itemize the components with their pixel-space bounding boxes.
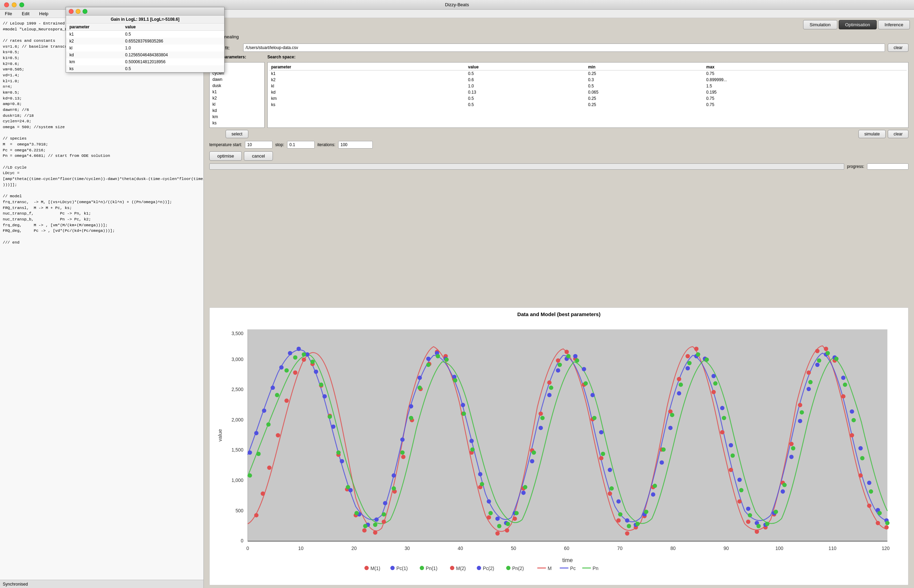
select-button[interactable]: select [226, 130, 248, 138]
svg-point-236 [791, 446, 796, 451]
search-max-cell: 0.75 [704, 102, 907, 108]
menu-file[interactable]: File [3, 10, 14, 17]
svg-point-204 [514, 510, 519, 515]
popup-min-btn[interactable] [76, 9, 81, 14]
svg-point-238 [808, 380, 813, 384]
svg-text:Pn: Pn [593, 566, 599, 571]
popup-param-cell: ks [66, 65, 121, 72]
svg-text:0: 0 [241, 538, 244, 543]
svg-point-168 [841, 376, 846, 380]
tab-optimisation[interactable]: Optimisation [839, 20, 877, 29]
svg-point-191 [400, 450, 405, 455]
svg-point-88 [798, 403, 803, 407]
app-min-btn[interactable] [12, 2, 16, 7]
svg-point-245 [869, 489, 873, 494]
svg-point-125 [470, 438, 474, 443]
svg-point-240 [825, 351, 830, 355]
svg-text:1,500: 1,500 [231, 447, 244, 452]
svg-point-214 [601, 452, 605, 456]
svg-point-196 [444, 357, 449, 362]
model-param-item[interactable]: dusk [211, 82, 263, 89]
optimise-button[interactable]: optimise [209, 151, 242, 161]
svg-text:70: 70 [617, 546, 623, 551]
opt-section-title: ated annealing [209, 34, 909, 39]
search-max-cell: 0.75 [704, 71, 907, 77]
model-param-item[interactable]: kl [211, 101, 263, 107]
popup-table: parameter value k10.5k20.655283769835286… [66, 24, 224, 72]
temp-start-input[interactable] [245, 141, 273, 149]
svg-point-138 [582, 367, 586, 372]
model-param-item[interactable]: k1 [211, 89, 263, 95]
col-max: max [704, 64, 907, 71]
svg-point-31 [302, 357, 307, 362]
svg-point-202 [497, 524, 502, 528]
cancel-button[interactable]: cancel [244, 151, 273, 161]
temp-stop-input[interactable] [287, 141, 315, 149]
svg-point-181 [310, 359, 315, 364]
model-param-item[interactable]: km [211, 114, 263, 120]
svg-point-186 [354, 510, 359, 515]
svg-point-161 [781, 489, 785, 494]
iterations-input[interactable] [338, 141, 373, 149]
svg-point-222 [670, 412, 675, 417]
svg-point-163 [798, 419, 803, 423]
svg-point-100 [254, 431, 259, 435]
svg-point-137 [573, 354, 578, 358]
svg-point-246 [877, 510, 882, 515]
model-param-item[interactable]: kd [211, 107, 263, 114]
tab-simulation[interactable]: Simulation [803, 20, 837, 29]
search-max-cell: 1.5 [704, 83, 907, 89]
col-param: parameter [269, 64, 466, 71]
data-fit-input[interactable] [243, 44, 885, 52]
svg-point-54 [505, 528, 510, 532]
code-editor[interactable]: // Leloup 1999 - Entrained sys #model "L… [0, 18, 203, 580]
svg-point-59 [547, 380, 552, 385]
popup-close-btn[interactable] [69, 9, 74, 14]
tab-inference[interactable]: Inference [878, 20, 910, 29]
app-container: // Leloup 1999 - Entrained sys #model "L… [0, 18, 914, 588]
svg-point-124 [461, 403, 465, 407]
svg-point-247 [885, 521, 890, 525]
app-max-btn[interactable] [19, 2, 24, 7]
search-value-cell: 0.5 [466, 95, 586, 102]
app-title: Dizzy-Beats [445, 2, 469, 7]
progress-bar [209, 163, 844, 170]
svg-point-87 [789, 441, 794, 446]
svg-point-146 [651, 492, 656, 497]
popup-title-bar [66, 7, 224, 16]
opt-panel: ated annealing Data to fit: clear Model … [204, 31, 914, 307]
clear-data-button[interactable]: clear [888, 44, 909, 52]
clear-search-button[interactable]: clear [888, 130, 909, 138]
opt-actions-row: optimise cancel [209, 151, 909, 161]
svg-point-81 [738, 499, 742, 504]
search-max-cell: 0.75 [704, 95, 907, 102]
svg-point-189 [382, 512, 386, 517]
svg-point-142 [616, 499, 621, 504]
svg-point-93 [841, 394, 846, 399]
popup-param-cell: k1 [66, 31, 121, 38]
popup-max-btn[interactable] [82, 9, 87, 14]
svg-point-241 [834, 357, 839, 361]
model-param-item[interactable]: k2 [211, 95, 263, 101]
menu-help[interactable]: Help [37, 10, 50, 17]
temp-stop-label: stop: [275, 142, 284, 147]
simulate-button[interactable]: simulate [858, 130, 886, 138]
svg-point-105 [296, 347, 301, 351]
model-param-item[interactable]: dawn [211, 76, 263, 82]
svg-point-209 [557, 362, 562, 367]
svg-point-61 [564, 350, 569, 354]
svg-point-95 [858, 473, 863, 478]
svg-point-207 [540, 415, 545, 420]
app-close-btn[interactable] [4, 2, 9, 7]
svg-point-139 [590, 393, 595, 397]
status-text: Synchronised [3, 582, 28, 586]
svg-point-154 [720, 405, 725, 410]
svg-point-82 [746, 519, 751, 524]
svg-point-190 [392, 486, 396, 491]
model-param-item[interactable]: ks [211, 120, 263, 126]
search-min-cell: 0.25 [586, 95, 704, 102]
svg-point-193 [418, 386, 422, 390]
menu-edit[interactable]: Edit [20, 10, 31, 17]
popup-col-value: value [121, 24, 224, 31]
svg-point-229 [731, 453, 735, 458]
